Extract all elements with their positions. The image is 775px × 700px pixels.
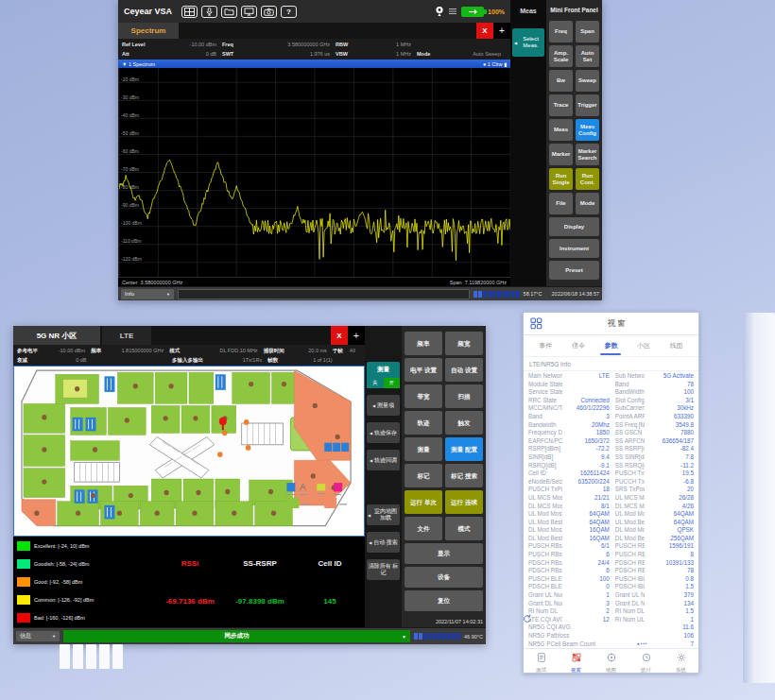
tab-spectrum[interactable]: Spectrum [118,23,179,39]
button-item[interactable]: 带宽 [405,384,442,408]
meas-on-off-toggle[interactable]: 关 开 [367,378,400,388]
footer-tab-label: 地图 [606,667,616,674]
toggle-on[interactable]: 开 [384,378,401,388]
viewer-tab-item[interactable]: 事件 [529,335,562,356]
viewer-tab-item[interactable]: 参数 [594,335,628,356]
row-value: 379 [645,591,694,600]
side-button-label: 轨迹回调 [374,457,397,464]
row-label: RSRP[dBm] [528,445,562,453]
mic-icon[interactable] [201,6,217,18]
button-item[interactable]: 电平 设置 [405,358,442,382]
button-marker-search[interactable]: Marker Search [576,144,599,165]
button-item[interactable]: 标记 [405,464,442,487]
close-tab-button[interactable]: X [476,23,493,39]
viewer-tab-item[interactable]: 线图 [660,335,693,356]
viewer-tab-item[interactable]: 信令 [562,335,595,356]
row-label: Module State [528,381,562,389]
button-item[interactable]: 模式 [445,517,483,540]
button-item[interactable]: 设备 [405,567,483,588]
row-value: 2 [562,607,610,616]
spectrum-channel-bar[interactable]: ▼ 1 Spectrum ● 1 Clrw ▮ [118,60,510,68]
button-item[interactable]: 频宽 [445,332,483,355]
row-label: SS Freq.[MHz] [615,421,645,430]
side-button-item[interactable]: ◀轨迹保存 [367,422,400,443]
svg-text:-110 dBm: -110 dBm [121,238,141,244]
metric-value-rssi: -69.7136 dBm [155,597,225,606]
svg-text:-40 dBm: -40 dBm [121,112,139,118]
location-pin-icon[interactable] [435,6,444,17]
button-item[interactable]: 复位 [405,590,483,611]
button-item[interactable]: 自动 设置 [445,358,483,382]
button-item[interactable]: 扫描 [445,384,483,408]
button-item[interactable]: 显示 [405,543,483,564]
button-freq[interactable]: Freq [549,21,573,43]
toggle-off[interactable]: 关 [367,378,384,388]
viewer-tab-item[interactable]: 小区 [628,335,661,356]
button-trace[interactable]: Trace [549,94,573,116]
button-sweep[interactable]: Sweep [576,70,599,92]
row-label: SS ARFCN/PCI [615,437,645,446]
side-button-item[interactable]: 清除所有 标记 [367,559,400,580]
side-button-item[interactable]: ◀测量项 [367,395,400,416]
button-item[interactable]: 测量 配置 [445,437,483,461]
button-file[interactable]: File [549,193,573,214]
menu-lines-icon[interactable] [448,7,457,16]
button-item[interactable]: 运行 单次 [405,490,442,514]
info-dropdown[interactable]: Info▼ [121,289,174,299]
spectrum-plot[interactable]: -20 dBm-30 dBm-40 dBm-50 dBm-60 dBm-70 d… [118,68,510,277]
button-meas[interactable]: Meas [549,119,573,141]
side-button-item[interactable]: ◀轨迹回调 [367,450,400,470]
footer-tab-item[interactable]: 地图 [594,649,629,674]
footer-tab-item[interactable]: 测试 [524,649,559,674]
button-bw[interactable]: Bw [549,70,573,92]
button-item[interactable]: 运行 连续 [445,490,483,514]
camera-icon[interactable] [261,6,277,18]
row-label: Grant DL Num [528,600,562,608]
row-label: SS RSRP[dBm] [615,445,645,453]
button-meas-config[interactable]: Meas Config [576,119,599,141]
add-tab-button[interactable]: + [348,326,365,345]
button-item[interactable]: 频率 [405,332,442,355]
button-item[interactable]: 触发 [445,411,483,435]
button-item[interactable]: 文件 [405,517,442,540]
close-tab-button[interactable]: X [331,326,348,345]
button-trigger[interactable]: Trigger [576,94,599,116]
apps-grid-icon[interactable] [530,317,542,330]
metric-value-cell-id: 145 [295,597,365,606]
button-run-single[interactable]: Run Single [549,168,573,190]
sync-status-banner[interactable]: 同步成功▼ [63,630,410,642]
refresh-icon[interactable] [524,614,532,623]
footer-tab-item[interactable]: 系统 [663,649,698,674]
side-button-item[interactable]: ◀自动 搜索 [367,532,400,553]
datetime-readout: 2022/11/07 14:02:31 [405,615,483,627]
button-item[interactable]: 轨迹 [405,411,442,435]
side-button-item[interactable]: ◀室内地图 加载 [367,504,400,525]
info-dropdown[interactable]: 信息▼ [16,631,60,641]
tab-5g-nr-cell[interactable]: 5G NR 小区 [13,326,100,345]
layout-icon[interactable] [181,6,198,18]
button-run-cont[interactable]: Run Cont. [576,168,599,190]
button-mode[interactable]: Mode [576,193,599,214]
button-span[interactable]: Span [576,21,599,43]
button-display[interactable]: Display [549,217,599,236]
button-auto-set[interactable]: Auto Set [576,45,599,67]
button-amp-scale[interactable]: Amp. Scale [549,45,573,67]
help-icon[interactable]: ? [281,6,297,18]
tab-lte[interactable]: LTE [102,326,151,345]
footer-tab-item[interactable]: 统计 [629,649,663,674]
button-preset[interactable]: Preset [549,261,599,280]
meas-toggle-header[interactable]: 测量 [367,362,400,378]
button-instrument[interactable]: Instrument [549,239,599,258]
select-meas-button[interactable]: ◀Select Meas. [512,28,544,57]
folder-icon[interactable] [221,6,237,18]
param-label: VBW [336,51,364,57]
footer-tab-item[interactable]: 视窗 [559,649,594,674]
button-marker[interactable]: Marker [549,144,573,165]
add-tab-button[interactable]: + [493,23,510,39]
indoor-floor-plan-map[interactable] [13,366,365,537]
parameter-list[interactable]: Main NetworkLTESub Network5G ActivateMod… [524,371,698,648]
display-icon[interactable] [241,6,257,18]
button-item[interactable]: 标记 搜索 [445,464,483,487]
chevron-left-icon: ◀ [370,430,372,436]
button-item[interactable]: 测量 [405,437,442,461]
